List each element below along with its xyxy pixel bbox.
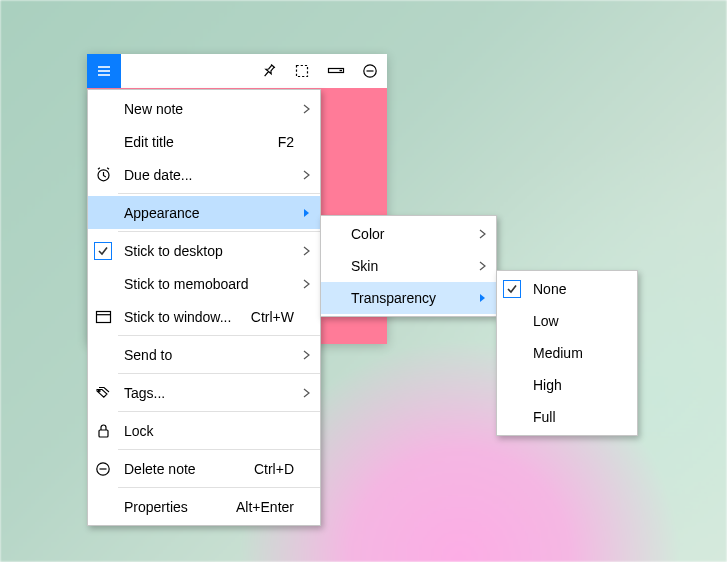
menu-label: Tags... (118, 385, 300, 401)
menu-item-appearance[interactable]: Appearance (88, 196, 320, 229)
menu-label: New note (118, 101, 300, 117)
selection-button[interactable] (285, 54, 319, 88)
menu-label: Medium (527, 345, 631, 361)
tags-icon (94, 385, 112, 400)
submenu-arrow-icon (303, 208, 311, 218)
minus-circle-icon (95, 461, 111, 477)
menu-shortcut: Ctrl+D (244, 461, 300, 477)
menu-label: Low (527, 313, 631, 329)
minus-circle-icon (362, 63, 378, 79)
svg-rect-12 (99, 430, 108, 437)
menu-label: High (527, 377, 631, 393)
submenu-arrow-icon (303, 170, 311, 180)
menu-label: Delete note (118, 461, 244, 477)
transparency-submenu: None Low Medium High Full (496, 270, 638, 436)
submenu-arrow-icon (303, 350, 311, 360)
submenu-arrow-icon (303, 246, 311, 256)
titlebar-button[interactable] (319, 54, 353, 88)
menu-label: None (527, 281, 631, 297)
svg-rect-9 (96, 311, 110, 322)
menu-shortcut: F2 (268, 134, 300, 150)
submenu-arrow-icon (479, 293, 487, 303)
menu-item-transparency[interactable]: Transparency (321, 282, 496, 314)
submenu-arrow-icon (479, 229, 487, 239)
titlebar-icon (327, 63, 345, 79)
submenu-arrow-icon (303, 279, 311, 289)
menu-item-skin[interactable]: Skin (321, 250, 496, 282)
menu-item-new-note[interactable]: New note (88, 92, 320, 125)
window-icon (95, 310, 112, 324)
menu-item-properties[interactable]: Properties Alt+Enter (88, 490, 320, 523)
menu-label: Appearance (118, 205, 300, 221)
menu-label: Skin (345, 258, 476, 274)
menu-item-transparency-full[interactable]: Full (497, 401, 637, 433)
hamburger-icon (96, 63, 112, 79)
pin-button[interactable] (251, 54, 285, 88)
menu-separator (118, 193, 320, 194)
hamburger-menu-button[interactable] (87, 54, 121, 88)
checkbox-checked-icon (94, 242, 112, 260)
context-menu: New note Edit title F2 Due date... Appea… (87, 89, 321, 526)
menu-item-stick-window[interactable]: Stick to window... Ctrl+W (88, 300, 320, 333)
menu-label: Send to (118, 347, 300, 363)
menu-item-delete-note[interactable]: Delete note Ctrl+D (88, 452, 320, 485)
menu-item-transparency-low[interactable]: Low (497, 305, 637, 337)
submenu-arrow-icon (303, 388, 311, 398)
lock-icon (96, 423, 111, 439)
checkbox-checked-icon (503, 280, 521, 298)
menu-separator (118, 487, 320, 488)
delete-button[interactable] (353, 54, 387, 88)
menu-item-tags[interactable]: Tags... (88, 376, 320, 409)
menu-label: Edit title (118, 134, 268, 150)
pin-icon (260, 63, 277, 80)
menu-label: Color (345, 226, 476, 242)
svg-point-11 (98, 390, 100, 392)
menu-separator (118, 231, 320, 232)
menu-label: Lock (118, 423, 300, 439)
menu-item-edit-title[interactable]: Edit title F2 (88, 125, 320, 158)
svg-rect-5 (340, 70, 343, 71)
menu-label: Properties (118, 499, 226, 515)
menu-label: Stick to window... (118, 309, 241, 325)
menu-shortcut: Ctrl+W (241, 309, 300, 325)
menu-item-stick-memoboard[interactable]: Stick to memoboard (88, 267, 320, 300)
menu-item-color[interactable]: Color (321, 218, 496, 250)
menu-label: Transparency (345, 290, 476, 306)
menu-item-send-to[interactable]: Send to (88, 338, 320, 371)
submenu-arrow-icon (479, 261, 487, 271)
menu-label: Stick to desktop (118, 243, 300, 259)
menu-item-transparency-none[interactable]: None (497, 273, 637, 305)
appearance-submenu: Color Skin Transparency (320, 215, 497, 317)
menu-label: Full (527, 409, 631, 425)
menu-item-due-date[interactable]: Due date... (88, 158, 320, 191)
menu-shortcut: Alt+Enter (226, 499, 300, 515)
menu-separator (118, 411, 320, 412)
alarm-icon (95, 166, 112, 183)
submenu-arrow-icon (303, 104, 311, 114)
selection-icon (294, 63, 310, 79)
menu-item-stick-desktop[interactable]: Stick to desktop (88, 234, 320, 267)
menu-item-transparency-high[interactable]: High (497, 369, 637, 401)
menu-separator (118, 449, 320, 450)
svg-rect-3 (297, 66, 308, 77)
menu-label: Stick to memoboard (118, 276, 300, 292)
menu-item-lock[interactable]: Lock (88, 414, 320, 447)
menu-item-transparency-medium[interactable]: Medium (497, 337, 637, 369)
menu-separator (118, 373, 320, 374)
menu-separator (118, 335, 320, 336)
note-toolbar (87, 54, 387, 88)
menu-label: Due date... (118, 167, 300, 183)
